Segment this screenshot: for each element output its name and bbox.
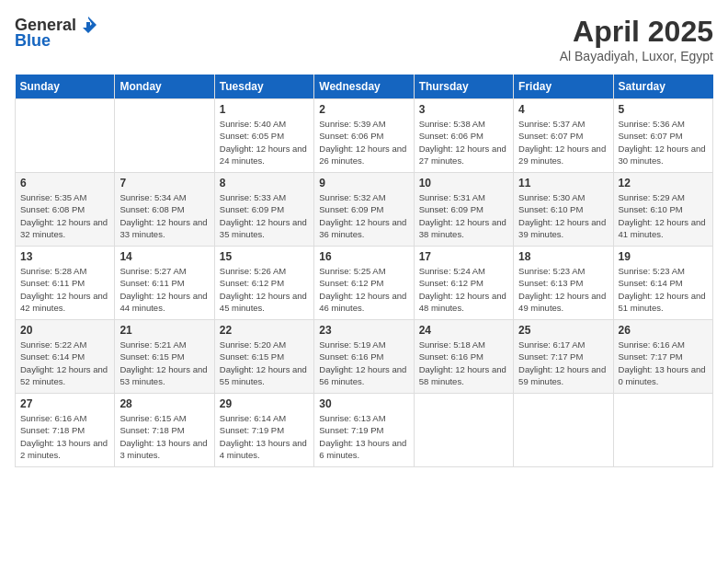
- calendar-cell: [414, 394, 513, 467]
- week-row-2: 6Sunrise: 5:35 AM Sunset: 6:08 PM Daylig…: [16, 173, 713, 247]
- calendar-cell: [514, 394, 613, 467]
- col-header-tuesday: Tuesday: [214, 75, 313, 99]
- calendar-cell: 1Sunrise: 5:40 AM Sunset: 6:05 PM Daylig…: [214, 99, 313, 173]
- day-number: 1: [220, 103, 309, 116]
- day-number: 21: [119, 324, 209, 337]
- day-number: 28: [119, 397, 209, 410]
- day-info: Sunrise: 6:17 AM Sunset: 7:17 PM Dayligh…: [518, 339, 608, 387]
- day-number: 24: [419, 324, 508, 337]
- day-number: 6: [20, 177, 109, 190]
- day-number: 14: [119, 250, 209, 263]
- day-number: 20: [20, 324, 109, 337]
- day-number: 15: [220, 250, 309, 263]
- calendar-cell: 9Sunrise: 5:32 AM Sunset: 6:09 PM Daylig…: [314, 173, 414, 247]
- calendar-cell: 29Sunrise: 6:14 AM Sunset: 7:19 PM Dayli…: [214, 394, 313, 467]
- day-number: 26: [619, 324, 708, 337]
- day-info: Sunrise: 5:31 AM Sunset: 6:09 PM Dayligh…: [419, 191, 508, 240]
- day-number: 23: [319, 324, 408, 337]
- col-header-friday: Friday: [514, 75, 613, 99]
- calendar-cell: [115, 99, 214, 173]
- calendar-cell: 22Sunrise: 5:20 AM Sunset: 6:15 PM Dayli…: [214, 320, 313, 394]
- day-number: 11: [518, 177, 608, 190]
- calendar-cell: 15Sunrise: 5:26 AM Sunset: 6:12 PM Dayli…: [214, 247, 313, 320]
- day-info: Sunrise: 5:36 AM Sunset: 6:07 PM Dayligh…: [619, 118, 708, 167]
- day-number: 7: [119, 177, 209, 190]
- calendar-cell: 27Sunrise: 6:16 AM Sunset: 7:18 PM Dayli…: [16, 394, 115, 467]
- col-header-wednesday: Wednesday: [314, 75, 414, 99]
- calendar-cell: 16Sunrise: 5:25 AM Sunset: 6:12 PM Dayli…: [314, 247, 414, 320]
- day-info: Sunrise: 5:33 AM Sunset: 6:09 PM Dayligh…: [220, 191, 309, 240]
- day-number: 8: [220, 177, 309, 190]
- day-number: 4: [518, 103, 608, 116]
- day-info: Sunrise: 5:35 AM Sunset: 6:08 PM Dayligh…: [20, 191, 109, 240]
- calendar-cell: 3Sunrise: 5:38 AM Sunset: 6:06 PM Daylig…: [414, 99, 513, 173]
- month-title: April 2025: [560, 15, 713, 49]
- calendar-cell: [613, 394, 712, 467]
- day-number: 9: [319, 177, 408, 190]
- col-header-saturday: Saturday: [613, 75, 712, 99]
- calendar-cell: 10Sunrise: 5:31 AM Sunset: 6:09 PM Dayli…: [414, 173, 513, 247]
- day-number: 18: [518, 250, 608, 263]
- page-header: General Blue April 2025 Al Bayadiyah, Lu…: [15, 15, 713, 63]
- day-info: Sunrise: 5:26 AM Sunset: 6:12 PM Dayligh…: [220, 265, 309, 314]
- day-info: Sunrise: 5:39 AM Sunset: 6:06 PM Dayligh…: [319, 118, 408, 167]
- week-row-3: 13Sunrise: 5:28 AM Sunset: 6:11 PM Dayli…: [16, 247, 713, 320]
- calendar-cell: 2Sunrise: 5:39 AM Sunset: 6:06 PM Daylig…: [314, 99, 414, 173]
- calendar-cell: 14Sunrise: 5:27 AM Sunset: 6:11 PM Dayli…: [115, 247, 214, 320]
- day-number: 16: [319, 250, 408, 263]
- day-number: 30: [319, 397, 408, 410]
- day-info: Sunrise: 5:25 AM Sunset: 6:12 PM Dayligh…: [319, 265, 408, 314]
- day-info: Sunrise: 6:13 AM Sunset: 7:19 PM Dayligh…: [319, 412, 408, 461]
- day-number: 5: [619, 103, 708, 116]
- calendar-cell: 30Sunrise: 6:13 AM Sunset: 7:19 PM Dayli…: [314, 394, 414, 467]
- header-row: SundayMondayTuesdayWednesdayThursdayFrid…: [16, 75, 713, 99]
- week-row-5: 27Sunrise: 6:16 AM Sunset: 7:18 PM Dayli…: [16, 394, 713, 467]
- day-info: Sunrise: 5:32 AM Sunset: 6:09 PM Dayligh…: [319, 191, 408, 240]
- day-number: 17: [419, 250, 508, 263]
- day-info: Sunrise: 6:16 AM Sunset: 7:18 PM Dayligh…: [20, 412, 109, 461]
- calendar-cell: 11Sunrise: 5:30 AM Sunset: 6:10 PM Dayli…: [514, 173, 613, 247]
- location-subtitle: Al Bayadiyah, Luxor, Egypt: [560, 49, 713, 63]
- col-header-thursday: Thursday: [414, 75, 513, 99]
- day-info: Sunrise: 5:30 AM Sunset: 6:10 PM Dayligh…: [518, 191, 608, 240]
- day-info: Sunrise: 5:18 AM Sunset: 6:16 PM Dayligh…: [419, 339, 508, 387]
- logo-icon: [78, 15, 98, 35]
- calendar-cell: 7Sunrise: 5:34 AM Sunset: 6:08 PM Daylig…: [115, 173, 214, 247]
- calendar-cell: 23Sunrise: 5:19 AM Sunset: 6:16 PM Dayli…: [314, 320, 414, 394]
- day-number: 25: [518, 324, 608, 337]
- calendar-cell: 26Sunrise: 6:16 AM Sunset: 7:17 PM Dayli…: [613, 320, 712, 394]
- calendar-cell: [16, 99, 115, 173]
- day-info: Sunrise: 5:23 AM Sunset: 6:13 PM Dayligh…: [518, 265, 608, 314]
- calendar-cell: 28Sunrise: 6:15 AM Sunset: 7:18 PM Dayli…: [115, 394, 214, 467]
- day-number: 10: [419, 177, 508, 190]
- day-info: Sunrise: 5:29 AM Sunset: 6:10 PM Dayligh…: [619, 191, 708, 240]
- calendar-cell: 6Sunrise: 5:35 AM Sunset: 6:08 PM Daylig…: [16, 173, 115, 247]
- day-number: 27: [20, 397, 109, 410]
- day-info: Sunrise: 5:40 AM Sunset: 6:05 PM Dayligh…: [220, 118, 309, 167]
- calendar-cell: 8Sunrise: 5:33 AM Sunset: 6:09 PM Daylig…: [214, 173, 313, 247]
- calendar-cell: 12Sunrise: 5:29 AM Sunset: 6:10 PM Dayli…: [613, 173, 712, 247]
- day-info: Sunrise: 5:22 AM Sunset: 6:14 PM Dayligh…: [20, 339, 109, 387]
- week-row-1: 1Sunrise: 5:40 AM Sunset: 6:05 PM Daylig…: [16, 99, 713, 173]
- col-header-monday: Monday: [115, 75, 214, 99]
- day-number: 19: [619, 250, 708, 263]
- calendar-cell: 25Sunrise: 6:17 AM Sunset: 7:17 PM Dayli…: [514, 320, 613, 394]
- title-block: April 2025 Al Bayadiyah, Luxor, Egypt: [560, 15, 713, 63]
- day-number: 29: [220, 397, 309, 410]
- calendar-cell: 5Sunrise: 5:36 AM Sunset: 6:07 PM Daylig…: [613, 99, 712, 173]
- day-number: 22: [220, 324, 309, 337]
- day-number: 12: [619, 177, 708, 190]
- day-info: Sunrise: 5:34 AM Sunset: 6:08 PM Dayligh…: [119, 191, 209, 240]
- day-info: Sunrise: 5:24 AM Sunset: 6:12 PM Dayligh…: [419, 265, 508, 314]
- calendar-table: SundayMondayTuesdayWednesdayThursdayFrid…: [15, 75, 713, 467]
- day-info: Sunrise: 6:16 AM Sunset: 7:17 PM Dayligh…: [619, 339, 708, 387]
- day-number: 2: [319, 103, 408, 116]
- calendar-cell: 20Sunrise: 5:22 AM Sunset: 6:14 PM Dayli…: [16, 320, 115, 394]
- calendar-cell: 18Sunrise: 5:23 AM Sunset: 6:13 PM Dayli…: [514, 247, 613, 320]
- calendar-cell: 17Sunrise: 5:24 AM Sunset: 6:12 PM Dayli…: [414, 247, 513, 320]
- day-info: Sunrise: 6:15 AM Sunset: 7:18 PM Dayligh…: [119, 412, 209, 461]
- day-info: Sunrise: 5:27 AM Sunset: 6:11 PM Dayligh…: [119, 265, 209, 314]
- week-row-4: 20Sunrise: 5:22 AM Sunset: 6:14 PM Dayli…: [16, 320, 713, 394]
- calendar-cell: 21Sunrise: 5:21 AM Sunset: 6:15 PM Dayli…: [115, 320, 214, 394]
- calendar-cell: 24Sunrise: 5:18 AM Sunset: 6:16 PM Dayli…: [414, 320, 513, 394]
